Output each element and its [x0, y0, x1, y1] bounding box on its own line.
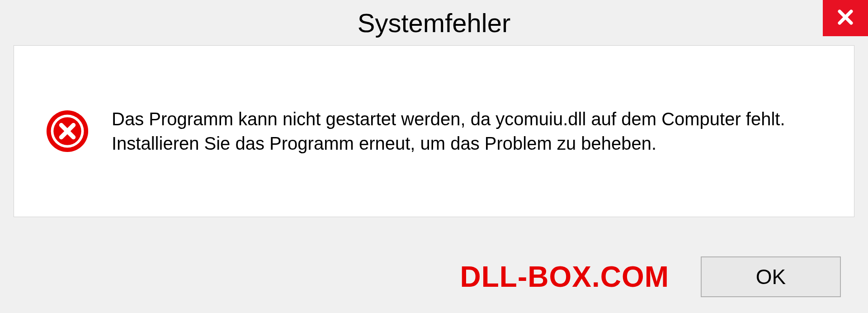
ok-button[interactable]: OK: [701, 256, 841, 297]
dialog-footer: DLL-BOX.COM OK: [0, 241, 868, 313]
error-message: Das Programm kann nicht gestartet werden…: [112, 107, 822, 156]
close-icon: [835, 7, 855, 29]
brand-watermark: DLL-BOX.COM: [460, 260, 670, 294]
dialog-title: Systemfehler: [358, 8, 510, 38]
titlebar: Systemfehler: [0, 0, 868, 45]
message-panel: Das Programm kann nicht gestartet werden…: [14, 45, 854, 217]
close-button[interactable]: [823, 0, 868, 36]
error-icon: [46, 109, 89, 153]
